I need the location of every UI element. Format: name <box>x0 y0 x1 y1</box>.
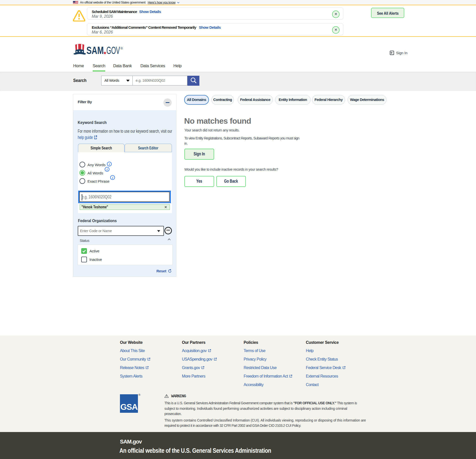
svg-text:SAM: SAM <box>86 44 104 55</box>
svg-text:®: ® <box>120 46 123 50</box>
svg-text:GOV: GOV <box>106 44 120 55</box>
